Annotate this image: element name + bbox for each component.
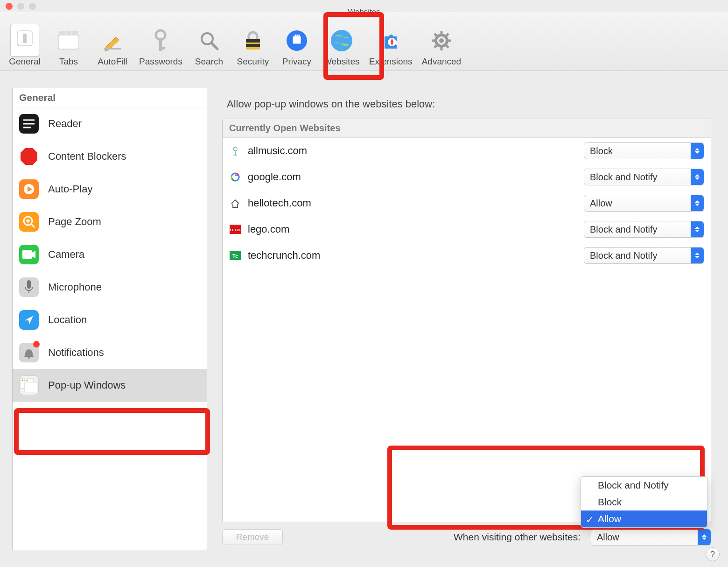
- remove-button: Remove: [222, 529, 283, 545]
- svg-point-46: [22, 380, 23, 381]
- hand-icon: [285, 28, 309, 53]
- table-row[interactable]: LEGO lego.com Block and Notify: [223, 216, 711, 242]
- svg-line-35: [31, 224, 35, 227]
- toolbar-advanced[interactable]: Advanced: [419, 17, 464, 67]
- toolbar-passwords[interactable]: Passwords: [136, 17, 185, 67]
- sidebar-item-label: Camera: [48, 248, 84, 261]
- svg-point-49: [233, 147, 237, 151]
- sidebar-item-location[interactable]: Location: [13, 304, 207, 336]
- globe-icon: [329, 28, 354, 53]
- dropdown-option[interactable]: Block: [581, 494, 707, 510]
- favicon-lego: LEGO: [229, 223, 241, 235]
- sidebar-header: General: [13, 88, 207, 107]
- main-title: Allow pop-up windows on the websites bel…: [227, 98, 707, 110]
- svg-rect-38: [22, 250, 32, 259]
- toolbar-general[interactable]: General: [5, 17, 45, 67]
- chevron-updown-icon: [691, 169, 704, 185]
- minimize-icon[interactable]: [17, 3, 24, 10]
- table-row[interactable]: allmusic.com Block: [223, 138, 711, 164]
- chevron-updown-icon: [698, 529, 711, 545]
- sidebar-item-content-blockers[interactable]: Content Blockers: [13, 140, 207, 173]
- sidebar-item-page-zoom[interactable]: Page Zoom: [13, 206, 207, 238]
- toolbar-label: Privacy: [282, 57, 311, 67]
- favicon-hellotech: [229, 197, 241, 209]
- chevron-updown-icon: [691, 221, 704, 237]
- sidebar-item-label: Microphone: [48, 281, 102, 293]
- site-permission-select[interactable]: Block and Notify: [584, 169, 704, 185]
- key-icon: [148, 28, 173, 53]
- sidebar-item-autoplay[interactable]: Auto-Play: [13, 173, 207, 206]
- reader-icon: [19, 114, 39, 134]
- pencil-icon: [100, 28, 125, 53]
- svg-text:LEGO: LEGO: [230, 228, 241, 232]
- svg-line-24: [446, 45, 448, 48]
- close-icon[interactable]: [6, 3, 13, 10]
- toolbar-privacy[interactable]: Privacy: [277, 17, 317, 67]
- sidebar-item-label: Content Blockers: [48, 150, 126, 163]
- sidebar-item-microphone[interactable]: Microphone: [13, 271, 207, 304]
- sidebar: General Reader Content Blockers Auto-Pla…: [12, 88, 207, 550]
- site-permission-select[interactable]: Block and Notify: [584, 247, 704, 264]
- sidebar-item-reader[interactable]: Reader: [13, 107, 207, 140]
- site-name: lego.com: [248, 223, 577, 235]
- svg-point-27: [439, 38, 444, 43]
- toolbar-autofill[interactable]: AutoFill: [92, 17, 133, 67]
- bell-icon: [19, 343, 39, 362]
- toolbar-extensions[interactable]: Extensions: [366, 17, 415, 67]
- svg-rect-4: [66, 31, 71, 35]
- toolbar-label: Security: [237, 57, 269, 67]
- svg-marker-39: [32, 251, 35, 258]
- toolbar-label: General: [9, 57, 41, 67]
- site-permission-select[interactable]: Allow: [584, 195, 704, 212]
- svg-rect-45: [24, 382, 37, 392]
- footer-label: When visiting other websites:: [291, 532, 582, 543]
- help-button[interactable]: ?: [706, 547, 720, 561]
- lock-icon: [241, 28, 265, 53]
- traffic-lights: [6, 3, 36, 10]
- chevron-updown-icon: [691, 248, 704, 263]
- main-panel: Allow pop-up windows on the websites bel…: [217, 88, 716, 550]
- site-permission-select[interactable]: Block: [584, 142, 704, 159]
- svg-rect-14: [246, 44, 260, 47]
- favicon-google: [229, 171, 241, 183]
- site-permission-select[interactable]: Block and Notify: [584, 221, 704, 238]
- dropdown-option[interactable]: Block and Notify: [581, 477, 707, 494]
- favicon-allmusic: [229, 145, 241, 157]
- table-header: Currently Open Websites: [223, 119, 711, 138]
- svg-point-47: [24, 380, 26, 381]
- table-row[interactable]: Tc techcrunch.com Block and Notify: [223, 242, 711, 269]
- svg-rect-6: [104, 48, 121, 50]
- site-name: techcrunch.com: [248, 249, 577, 262]
- table-row[interactable]: hellotech.com Allow: [223, 190, 711, 216]
- toolbar-security[interactable]: Security: [233, 17, 273, 67]
- gear-icon: [429, 28, 454, 53]
- toolbar-tabs[interactable]: Tabs: [49, 17, 89, 67]
- toolbar-label: Extensions: [369, 57, 413, 67]
- table-row[interactable]: google.com Block and Notify: [223, 164, 711, 190]
- other-websites-select[interactable]: Allow: [591, 529, 711, 546]
- titlebar: Websites: [0, 0, 728, 12]
- site-name: allmusic.com: [248, 145, 577, 157]
- site-name: google.com: [248, 171, 577, 183]
- svg-line-25: [446, 34, 448, 36]
- sidebar-item-label: Page Zoom: [48, 216, 101, 228]
- toolbar-label: Passwords: [139, 57, 182, 67]
- switch-icon: [13, 26, 37, 50]
- toolbar-search[interactable]: Search: [189, 17, 229, 67]
- toolbar-label: AutoFill: [98, 57, 127, 67]
- svg-rect-9: [159, 47, 165, 50]
- svg-rect-13: [246, 39, 260, 43]
- sidebar-item-popup-windows[interactable]: Pop-up Windows: [13, 369, 207, 402]
- search-icon: [197, 28, 221, 53]
- sidebar-item-notifications[interactable]: Notifications: [13, 336, 207, 369]
- sidebar-item-label: Auto-Play: [48, 183, 92, 195]
- svg-rect-5: [72, 31, 78, 35]
- dropdown-option[interactable]: ✓Allow: [581, 510, 707, 527]
- zoom-icon[interactable]: [29, 3, 36, 10]
- sidebar-item-camera[interactable]: Camera: [13, 238, 207, 271]
- svg-point-48: [27, 380, 28, 381]
- play-icon: [19, 179, 39, 199]
- toolbar-websites[interactable]: Websites: [321, 17, 363, 67]
- microphone-icon: [19, 277, 39, 297]
- svg-point-43: [28, 357, 30, 359]
